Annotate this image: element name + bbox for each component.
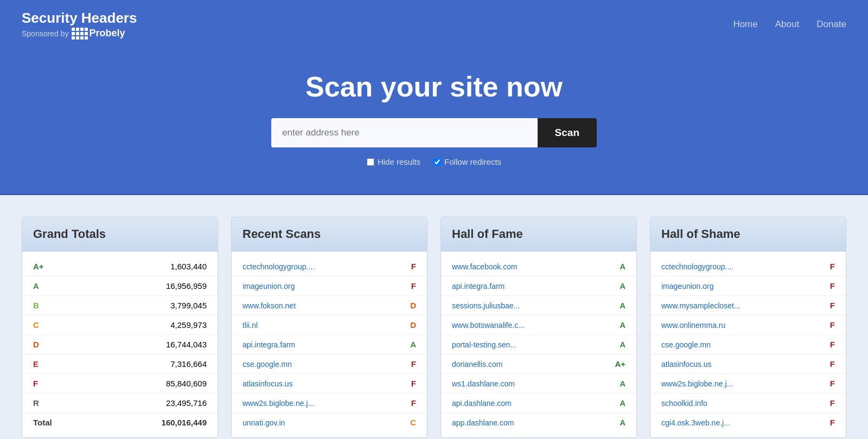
table-row: A 16,956,959 [22,276,218,296]
hide-results-label[interactable]: Hide results [367,157,420,166]
grade-badge: F [830,340,835,349]
table-row: C 4,259,973 [22,315,218,335]
table-row: B 3,799,045 [22,296,218,315]
shame-link[interactable]: www.mysamplecloset... [661,301,740,310]
grade-badge: A+ [615,359,626,369]
grade-count: 1,603,440 [170,262,207,271]
hide-results-checkbox[interactable] [367,158,374,166]
list-item: www2s.biglobe.ne.j... F [232,393,427,413]
grade-label: C [33,320,39,330]
list-item: api.dashlane.com A [441,393,636,413]
shame-link[interactable]: cgi4.osk.3web.ne.j... [661,418,730,427]
table-row: A+ 1,603,440 [22,257,218,276]
grade-count: 16,744,043 [166,340,207,349]
list-item: cse.google.mn F [650,335,846,354]
grade-badge: A [620,301,626,310]
list-item: tlii.nl D [232,315,427,335]
list-item: www.facebook.com A [441,257,636,276]
grade-badge: A [410,340,416,349]
shame-link[interactable]: imageunion.org [661,282,714,290]
fame-link[interactable]: api.integra.farm [452,282,505,290]
fame-link[interactable]: app.dashlane.com [452,418,514,427]
scan-button[interactable]: Scan [538,118,597,147]
grade-badge: F [411,379,416,388]
grade-badge: F [830,320,835,330]
grade-badge: F [411,262,416,271]
sponsor-row: Sponsored by Probely [22,28,137,40]
scan-link[interactable]: cctechnologygroup.... [242,262,315,271]
grade-badge: F [830,398,835,408]
nav-home[interactable]: Home [733,17,757,32]
fame-link[interactable]: www.facebook.com [452,262,518,271]
site-title: Security Headers [22,10,137,27]
shame-link[interactable]: atlasinfocus.us [661,360,712,369]
fame-link[interactable]: ws1.dashlane.com [452,379,515,388]
table-row: D 16,744,043 [22,335,218,354]
grade-label: A [33,281,39,290]
scan-link[interactable]: www2s.biglobe.ne.j... [242,399,314,408]
shame-link[interactable]: cctechnologygroup.... [661,262,733,271]
grade-count: 7,316,664 [170,359,207,369]
grade-badge: F [830,359,835,369]
scan-link[interactable]: cse.google.mn [242,360,292,369]
fame-link[interactable]: sessions.juliusbae... [452,301,520,310]
list-item: sessions.juliusbae... A [441,296,636,315]
search-input[interactable] [271,118,538,147]
grade-badge: F [830,301,835,310]
grade-label: D [33,340,39,349]
fame-link[interactable]: portal-testing.sen... [452,340,516,349]
list-item: schoolkid.info F [650,393,846,413]
grade-badge: A [620,379,626,388]
grade-label: F [33,379,38,388]
scan-link[interactable]: unnati.gov.in [242,418,285,427]
scan-link[interactable]: imageunion.org [242,282,295,290]
grade-badge: A [620,262,626,271]
list-item: portal-testing.sen... A [441,335,636,354]
list-item: unnati.gov.in C [232,413,427,432]
list-item: imageunion.org F [232,276,427,296]
hall-of-shame-header: Hall of Shame [650,217,846,251]
hero-section: Scan your site now Scan Hide results Fol… [0,49,868,195]
table-row: Total 160,016,449 [22,413,218,432]
total-count: 160,016,449 [162,418,207,427]
follow-redirects-label[interactable]: Follow redirects [433,157,501,166]
table-row: F 85,840,609 [22,374,218,393]
scan-link[interactable]: atlasinfocus.us [242,379,293,388]
recent-scans-header: Recent Scans [232,217,427,251]
header: Security Headers Sponsored by Probely Ho… [0,0,868,49]
shame-link[interactable]: schoolkid.info [661,399,707,408]
grand-totals-body: A+ 1,603,440A 16,956,959B 3,799,045C 4,2… [22,251,218,437]
scan-link[interactable]: tlii.nl [242,321,258,330]
shame-link[interactable]: www.onlinemma.ru [661,321,725,330]
content-area: Grand Totals A+ 1,603,440A 16,956,959B 3… [0,195,868,439]
scan-link[interactable]: api.integra.farm [242,340,295,349]
shame-link[interactable]: cse.google.mn [661,340,711,349]
list-item: app.dashlane.com A [441,413,636,432]
list-item: atlasinfocus.us F [650,354,846,374]
options-row: Hide results Follow redirects [11,157,857,166]
grade-label: A+ [33,262,44,271]
shame-link[interactable]: www2s.biglobe.ne.j... [661,379,733,388]
grade-badge: F [411,398,416,408]
grade-count: 4,259,973 [170,320,207,330]
fame-link[interactable]: www.botswanalife.c... [452,321,525,330]
nav-donate[interactable]: Donate [816,17,846,32]
list-item: www2s.biglobe.ne.j... F [650,374,846,393]
fame-link[interactable]: dorianellis.com [452,360,502,369]
grade-label: B [33,301,39,310]
fame-link[interactable]: api.dashlane.com [452,399,512,408]
list-item: www.botswanalife.c... A [441,315,636,335]
follow-redirects-checkbox[interactable] [433,158,441,166]
grade-badge: F [830,281,835,290]
table-row: E 7,316,664 [22,354,218,374]
grade-badge: A [620,320,626,330]
list-item: api.integra.farm A [441,276,636,296]
scan-link[interactable]: www.fokson.net [242,301,296,310]
list-item: cse.google.mn F [232,354,427,374]
hall-of-fame-body: www.facebook.com Aapi.integra.farm Asess… [441,251,636,437]
nav-about[interactable]: About [775,17,799,32]
brand: Security Headers Sponsored by Probely [22,10,137,40]
grade-count: 23,495,716 [166,398,207,408]
grade-badge: D [410,301,416,310]
list-item: imageunion.org F [650,276,846,296]
